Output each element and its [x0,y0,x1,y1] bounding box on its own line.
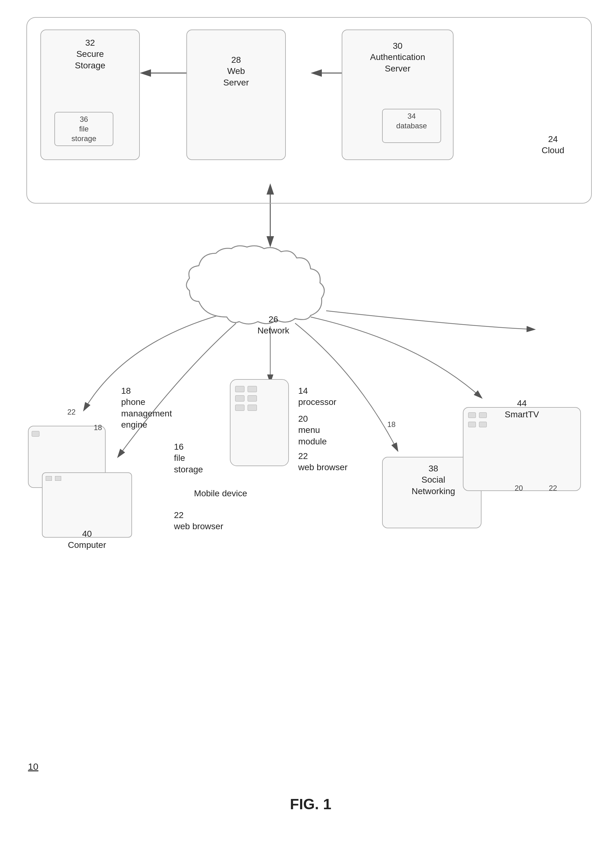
phone-mgmt-label: 18phonemanagementengine [121,385,208,431]
reference-number: 10 [28,761,38,772]
ref-22-smartauto: 22 [59,407,84,417]
file-storage-cloud-label: 36filestorage [56,114,112,144]
web-server-box [186,30,286,160]
computer-label: 40Computer [50,528,124,551]
network-label: 26Network [242,314,304,337]
secure-storage-label: 32SecureStorage [45,37,135,71]
ref-18-left: 18 [89,423,107,432]
mobile-device-text: Mobile device [186,488,255,499]
ref-20-smarttv: 20 [509,483,528,493]
ref-22-smarttv: 22 [544,483,562,493]
smarttv-label: 44SmartTV [491,398,553,420]
web-browser-below-label: 22web browser [174,509,242,532]
computer-box [42,472,132,538]
mobile-device-box [230,379,289,466]
menu-module-label: 20menumodule [298,413,360,447]
processor-label: 14processor [298,385,366,408]
figure-label: FIG. 1 [217,795,404,813]
web-browser-mobile-label: 22web browser [298,451,366,473]
file-storage-mobile-label: 16filestorage [174,441,236,475]
web-server-label: 28WebServer [191,54,281,88]
cloud-label: 24Cloud [522,134,584,156]
ref-18-right: 18 [382,420,401,429]
auth-server-label: 30AuthenticationServer [345,40,451,74]
database-label: 34database [384,111,440,131]
